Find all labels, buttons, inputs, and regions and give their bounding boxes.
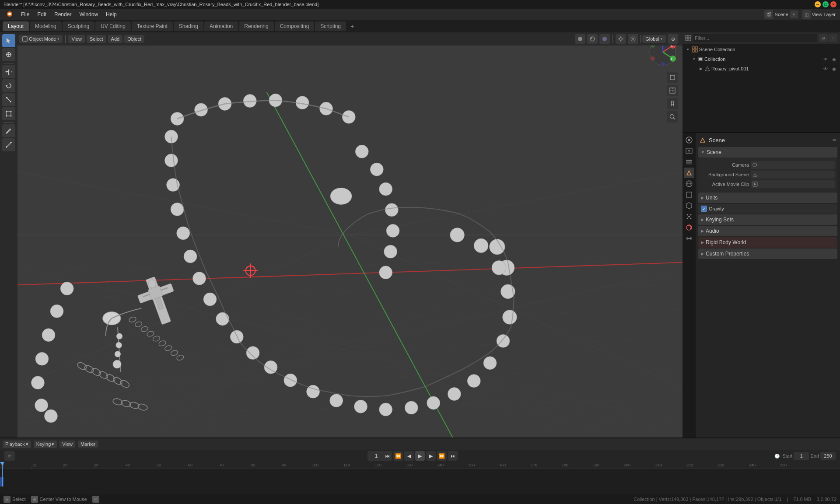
outliner-expand-rosary[interactable]: ▶ — [698, 66, 704, 71]
cursor-tool[interactable] — [2, 48, 15, 61]
keying-sets-header[interactable]: ▶ Keying Sets — [698, 214, 837, 225]
custom-properties-header[interactable]: ▶ Custom Properties — [698, 248, 837, 259]
global-transform-btn[interactable]: Global ▾ — [642, 35, 666, 43]
outliner-expand-collection[interactable]: ▾ — [691, 56, 696, 62]
walk-fly-navigation[interactable] — [667, 98, 678, 109]
tab-rendering[interactable]: Rendering — [239, 21, 273, 31]
prop-tab-world[interactable] — [684, 178, 694, 189]
annotate-tool[interactable] — [2, 124, 15, 137]
prop-tab-particles[interactable] — [684, 211, 694, 222]
jump-to-next-keyframe[interactable]: ⏩ — [437, 451, 447, 461]
viewport-shading-rendered[interactable] — [599, 34, 610, 44]
tab-sculpting[interactable]: Sculpting — [63, 21, 94, 31]
prop-tab-constraints[interactable] — [684, 233, 694, 244]
rotate-tool[interactable] — [2, 79, 15, 92]
start-frame-input[interactable]: 1 — [794, 452, 809, 460]
view-perspective-ortho[interactable] — [667, 72, 678, 83]
add-workspace-button[interactable]: + — [347, 21, 357, 32]
jump-to-prev-keyframe[interactable]: ⏪ — [393, 451, 403, 461]
prop-tab-view-layer[interactable] — [684, 157, 694, 167]
active-movie-clip-field[interactable] — [751, 180, 835, 188]
menu-render[interactable]: Render — [51, 10, 75, 19]
viewport-shading-material[interactable] — [587, 34, 598, 44]
prop-tab-output[interactable] — [684, 146, 694, 156]
camera-field[interactable] — [751, 161, 835, 169]
marker-button[interactable]: Marker — [78, 441, 98, 448]
tab-uv-editing[interactable]: UV Editing — [95, 21, 131, 31]
scale-tool[interactable] — [2, 93, 15, 106]
select-menu-btn[interactable]: Select — [87, 35, 106, 43]
prop-tab-modifier[interactable] — [684, 200, 694, 211]
outliner-expand-scene[interactable]: ▾ — [685, 47, 690, 52]
tab-animation[interactable]: Animation — [204, 21, 238, 31]
outliner-sort-btn[interactable]: ↕ — [829, 34, 837, 42]
rigid-body-world-header[interactable]: ▶ Rigid Body World — [698, 237, 837, 248]
tab-layout[interactable]: Layout — [3, 21, 29, 31]
tab-modeling[interactable]: Modeling — [30, 21, 62, 31]
tab-shading[interactable]: Shading — [174, 21, 203, 31]
minimize-button[interactable]: ─ — [815, 1, 821, 7]
rosary-render-icon[interactable]: ◉ — [830, 65, 837, 72]
prop-tab-render[interactable] — [684, 135, 694, 145]
scene-section-header[interactable]: ▼ Scene — [698, 147, 837, 158]
timeline-view-button[interactable]: View — [60, 441, 75, 448]
current-frame-input[interactable]: 1 — [368, 451, 385, 461]
pivot-point-btn[interactable]: ⊕ — [668, 34, 678, 44]
tab-texture-paint[interactable]: Texture Paint — [132, 21, 173, 31]
object-mode-selector[interactable]: Object Mode ▾ — [19, 35, 63, 43]
menu-blender[interactable] — [3, 9, 17, 20]
scene-edit-button[interactable]: ✏ — [833, 137, 836, 143]
transform-tool[interactable] — [2, 107, 15, 120]
prop-tab-scene[interactable] — [684, 168, 694, 178]
select-tool[interactable] — [2, 34, 15, 47]
loop-toggle[interactable]: ⟳ — [4, 451, 15, 461]
play-stop[interactable]: ▶ — [415, 451, 425, 461]
gravity-checkbox[interactable]: ✓ — [701, 206, 707, 212]
outliner-collection[interactable]: ▾ Collection 👁 ◉ — [682, 54, 840, 64]
outliner-search-input[interactable] — [693, 34, 817, 42]
tab-scripting[interactable]: Scripting — [315, 21, 346, 31]
background-scene-field[interactable] — [751, 171, 835, 178]
magnify-zoom[interactable] — [667, 111, 678, 122]
menu-edit[interactable]: Edit — [34, 10, 50, 19]
measure-tool[interactable] — [2, 138, 15, 151]
snap-toggle[interactable] — [616, 34, 626, 44]
close-button[interactable]: × — [830, 1, 836, 7]
object-menu-btn[interactable]: Object — [124, 35, 144, 43]
units-section-header[interactable]: ▶ Units — [698, 192, 837, 203]
tab-compositing[interactable]: Compositing — [275, 21, 315, 31]
viewport-3d[interactable]: Object Mode ▾ View Select Add Object — [18, 32, 682, 438]
maximize-button[interactable]: □ — [822, 1, 829, 7]
outliner-scene-collection[interactable]: ▾ Scene Collection — [682, 45, 840, 54]
scene-dropdown[interactable]: ▾ — [790, 10, 798, 18]
menu-help[interactable]: Help — [102, 10, 120, 19]
add-menu-btn[interactable]: Add — [108, 35, 123, 43]
jump-to-end[interactable]: ⏭ — [448, 451, 458, 461]
view-layer-label: View Layer — [812, 12, 836, 17]
rosary-visibility-eye[interactable]: 👁 — [822, 65, 829, 72]
outliner-filter-btn[interactable]: ⊞ — [819, 34, 828, 42]
keying-button[interactable]: Keying ▾ — [34, 441, 57, 448]
view-menu-btn[interactable]: View — [68, 35, 85, 43]
proportional-edit[interactable] — [628, 34, 638, 44]
play-backward[interactable]: ◀ — [404, 451, 414, 461]
status-select: 🖱 Select — [4, 496, 26, 503]
menu-file[interactable]: File — [18, 10, 33, 19]
status-extra-btn[interactable]: ⊙ — [92, 496, 99, 503]
play-forward[interactable]: ▶ — [426, 451, 436, 461]
audio-header[interactable]: ▶ Audio — [698, 226, 837, 236]
move-tool[interactable] — [2, 65, 15, 78]
end-frame-input[interactable]: 250 — [820, 452, 836, 460]
viewport-shading-solid[interactable] — [575, 34, 585, 44]
view-all-objects[interactable] — [667, 85, 678, 96]
view-layer-icon[interactable]: ◫ — [802, 10, 811, 19]
prop-tab-physics[interactable] — [684, 222, 694, 233]
collection-visibility-eye[interactable]: 👁 — [822, 56, 829, 63]
menu-window[interactable]: Window — [76, 10, 102, 19]
playback-button[interactable]: Playback ▾ — [3, 441, 31, 448]
ruler-svg: 1 10 20 30 40 50 60 70 80 90 100 110 120… — [0, 462, 840, 468]
outliner-filter-buttons: ⊞ ↕ — [819, 34, 837, 42]
collection-render-visibility[interactable]: ◉ — [830, 56, 837, 63]
prop-tab-object[interactable] — [684, 189, 694, 200]
outliner-rosary-object[interactable]: ▶ Rosary_pivot.001 👁 ◉ — [682, 64, 840, 74]
